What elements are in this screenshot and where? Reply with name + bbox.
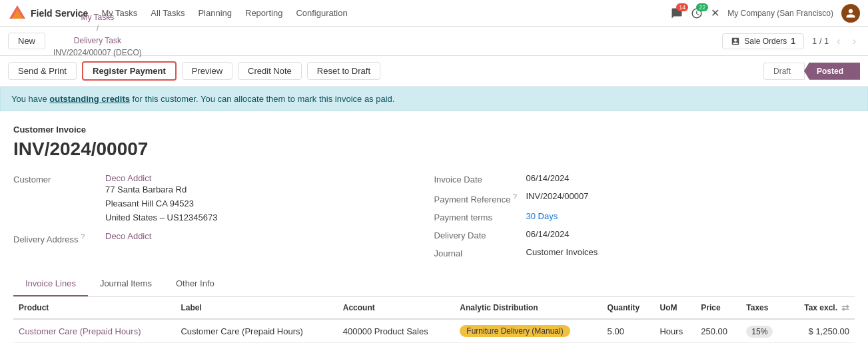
col-taxes: Taxes <box>741 297 786 319</box>
form-left: Customer Deco Addict 77 Santa Barbara Rd… <box>13 173 434 258</box>
close-nav-icon[interactable]: ✕ <box>711 7 719 19</box>
col-price: Price <box>695 297 741 319</box>
col-label: Label <box>175 297 337 319</box>
row-label: Customer Care (Prepaid Hours) <box>175 319 337 343</box>
payment-ref-field: Payment Reference ? INV/2024/00007 <box>434 191 855 204</box>
row-quantity: 5.00 <box>602 319 655 343</box>
sub-header-right: Sale Orders 1 1 / 1 ‹ › <box>722 33 860 49</box>
avatar[interactable] <box>841 4 860 23</box>
sale-orders-button[interactable]: Sale Orders 1 <box>722 33 804 49</box>
chat-badge: 14 <box>676 3 688 11</box>
status-workflow: Draft Posted <box>763 63 860 80</box>
delivery-address-field: Delivery Address ? Deco Addict <box>13 231 434 244</box>
row-account: 400000 Product Sales <box>338 319 455 343</box>
tab-invoice-lines[interactable]: Invoice Lines <box>13 272 88 296</box>
payment-ref-value: INV/2024/00007 <box>526 191 589 201</box>
sale-orders-label: Sale Orders <box>744 37 787 46</box>
row-taxes: 15% <box>741 319 786 343</box>
tabs-bar: Invoice Lines Journal Items Other Info <box>13 272 855 297</box>
row-product[interactable]: Customer Care (Prepaid Hours) <box>19 326 141 336</box>
outstanding-credits-alert: You have outstanding credits for this cu… <box>0 87 868 111</box>
delivery-date-field: Delivery Date 06/14/2024 <box>434 229 855 240</box>
row-analytic: Furniture Delivery (Manual) <box>454 319 602 343</box>
nav-configuration[interactable]: Configuration <box>296 8 347 18</box>
alert-text-after: for this customer. You can allocate them… <box>133 94 395 104</box>
invoice-date-field: Invoice Date 06/14/2024 <box>434 173 855 184</box>
invoice-date-label: Invoice Date <box>434 173 521 184</box>
activity-notification[interactable]: 22 <box>691 7 703 19</box>
payment-terms-field: Payment terms 30 Days <box>434 211 855 222</box>
new-button[interactable]: New <box>8 33 45 49</box>
pagination-text: 1 / 1 <box>812 36 829 46</box>
company-name: My Company (San Francisco) <box>727 9 833 18</box>
customer-field: Customer Deco Addict 77 Santa Barbara Rd… <box>13 173 434 224</box>
row-tax-excl: $ 1,250.00 <box>787 319 855 343</box>
alert-text-before: You have <box>11 94 49 104</box>
payment-terms-value: 30 Days <box>526 211 558 221</box>
logo-icon <box>8 4 27 23</box>
col-uom: UoM <box>654 297 695 319</box>
breadcrumb-record: INV/2024/00007 (DECO) <box>53 47 142 59</box>
payment-ref-label: Payment Reference ? <box>434 191 521 204</box>
form-right: Invoice Date 06/14/2024 Payment Referenc… <box>434 173 855 258</box>
table-row: Customer Care (Prepaid Hours) Customer C… <box>13 319 855 343</box>
sale-orders-icon <box>731 37 740 46</box>
row-uom: Hours <box>654 319 695 343</box>
delivery-address-help[interactable]: ? <box>81 232 85 240</box>
tab-journal-items[interactable]: Journal Items <box>88 272 164 296</box>
send-print-button[interactable]: Send & Print <box>8 62 77 80</box>
payment-ref-help[interactable]: ? <box>513 192 517 200</box>
breadcrumb-parent[interactable]: My Tasks <box>81 12 114 23</box>
sale-orders-count: 1 <box>791 37 795 46</box>
outstanding-credits-link[interactable]: outstanding credits <box>49 94 130 104</box>
analytic-tag[interactable]: Furniture Delivery (Manual) <box>460 325 570 337</box>
journal-field: Journal Customer Invoices <box>434 247 855 258</box>
credit-note-button[interactable]: Credit Note <box>238 62 302 80</box>
nav-planning[interactable]: Planning <box>198 8 232 18</box>
col-product: Product <box>13 297 175 319</box>
customer-label: Customer <box>13 173 100 184</box>
payment-terms-label: Payment terms <box>434 211 521 222</box>
delivery-address-label: Delivery Address ? <box>13 231 100 244</box>
invoice-lines-table: Product Label Account Analytic Distribut… <box>13 297 855 343</box>
col-quantity: Quantity <box>602 297 655 319</box>
breadcrumb-child[interactable]: Delivery Task <box>74 35 121 47</box>
status-posted: Posted <box>804 63 860 80</box>
customer-address: 77 Santa Barbara Rd Pleasant Hill CA 945… <box>105 183 217 224</box>
form-fields: Customer Deco Addict 77 Santa Barbara Rd… <box>13 173 855 258</box>
customer-name[interactable]: Deco Addict <box>105 173 151 183</box>
delivery-address-value[interactable]: Deco Addict <box>105 231 151 241</box>
preview-button[interactable]: Preview <box>182 62 232 80</box>
col-tax-excl: Tax excl. ⇄ <box>787 297 855 318</box>
form-body: Customer Invoice INV/2024/00007 Customer… <box>0 111 868 258</box>
tab-other-info[interactable]: Other Info <box>164 272 226 296</box>
breadcrumb-separator: / <box>97 23 99 35</box>
pagination: 1 / 1 ‹ › <box>812 34 860 49</box>
next-page-button[interactable]: › <box>849 34 860 49</box>
nav-links: My Tasks All Tasks Planning Reporting Co… <box>101 8 657 18</box>
delivery-date-label: Delivery Date <box>434 229 521 240</box>
clock-badge: 22 <box>696 3 708 11</box>
chat-notification[interactable]: 14 <box>671 7 683 19</box>
delivery-date-value: 06/14/2024 <box>526 229 570 239</box>
status-draft[interactable]: Draft <box>763 63 805 80</box>
form-type: Customer Invoice <box>13 125 855 135</box>
nav-reporting[interactable]: Reporting <box>245 8 282 18</box>
register-payment-button[interactable]: Register Payment <box>82 61 177 81</box>
journal-label: Journal <box>434 247 521 258</box>
reorder-columns-icon[interactable]: ⇄ <box>841 302 849 313</box>
col-analytic: Analytic Distribution <box>454 297 602 319</box>
nav-right: 14 22 ✕ My Company (San Francisco) <box>671 4 860 23</box>
col-account: Account <box>338 297 455 319</box>
reset-to-draft-button[interactable]: Reset to Draft <box>307 62 380 80</box>
sub-header: New My Tasks / Delivery Task INV/2024/00… <box>0 27 868 56</box>
prev-page-button[interactable]: ‹ <box>833 34 844 49</box>
form-number: INV/2024/00007 <box>13 139 855 160</box>
nav-all-tasks[interactable]: All Tasks <box>151 8 185 18</box>
journal-value: Customer Invoices <box>526 247 598 257</box>
row-price: 250.00 <box>695 319 741 343</box>
taxes-badge: 15% <box>746 326 773 338</box>
invoice-date-value: 06/14/2024 <box>526 173 570 183</box>
